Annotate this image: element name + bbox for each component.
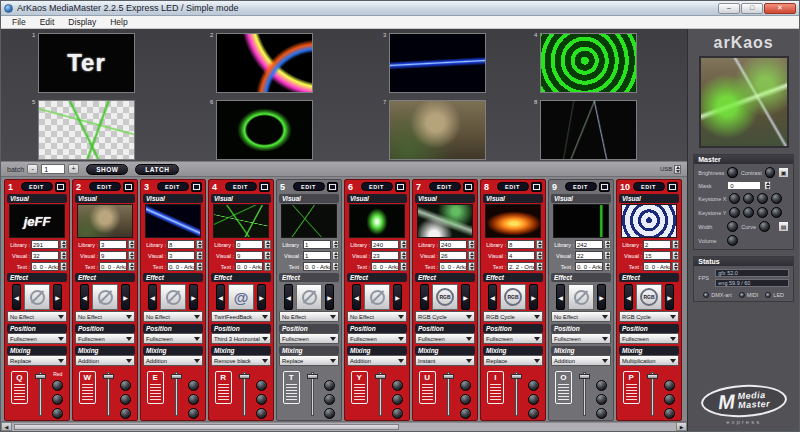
text-spinner[interactable] xyxy=(264,262,271,271)
visual-spinner[interactable] xyxy=(128,251,135,260)
status-radio[interactable]: DMX-art xyxy=(703,292,731,298)
effect-dropdown[interactable]: TwirlFeedBack xyxy=(211,311,271,322)
width-knob[interactable] xyxy=(727,221,738,232)
effect-prev-button[interactable]: ◀ xyxy=(284,284,293,310)
param-knob-3[interactable] xyxy=(392,408,403,419)
library-spinner[interactable] xyxy=(672,240,679,249)
library-field[interactable]: 240 xyxy=(371,240,399,249)
mixing-dropdown[interactable]: Replace xyxy=(279,355,339,366)
status-radio[interactable]: LED xyxy=(765,292,784,298)
edit-button[interactable]: EDIT xyxy=(429,182,461,191)
param-knob-3[interactable] xyxy=(664,408,675,419)
minimize-button[interactable]: – xyxy=(718,3,740,14)
position-dropdown[interactable]: Fullscreen xyxy=(347,333,407,344)
param-knob-1[interactable] xyxy=(664,380,675,391)
media-preview-thumbnail[interactable] xyxy=(216,33,313,93)
effect-prev-button[interactable]: ◀ xyxy=(12,284,21,310)
strip-eject-button[interactable] xyxy=(327,182,338,192)
media-preview-thumbnail[interactable] xyxy=(540,33,637,93)
visual-field[interactable]: 9 xyxy=(99,251,127,260)
param-knob-2[interactable] xyxy=(188,394,199,405)
intensity-fader[interactable] xyxy=(578,371,591,417)
effect-next-button[interactable]: ▶ xyxy=(257,284,266,310)
effect-prev-button[interactable]: ◀ xyxy=(148,284,157,310)
brightness-knob[interactable] xyxy=(727,167,738,178)
strip-thumbnail[interactable] xyxy=(281,204,337,238)
media-preview-thumbnail[interactable] xyxy=(38,100,135,160)
text-spinner[interactable] xyxy=(536,262,543,271)
fader-handle[interactable] xyxy=(103,374,114,379)
fader-handle[interactable] xyxy=(307,374,318,379)
library-spinner[interactable] xyxy=(536,240,543,249)
visual-field[interactable]: 15 xyxy=(643,251,671,260)
position-dropdown[interactable]: Third 3 Horizontal xyxy=(211,333,271,344)
keystone-x-knob-2[interactable] xyxy=(743,193,754,204)
edit-button[interactable]: EDIT xyxy=(293,182,325,191)
library-spinner[interactable] xyxy=(60,240,67,249)
param-knob-2[interactable] xyxy=(460,394,471,405)
visual-field[interactable]: 1 xyxy=(303,251,331,260)
fader-handle[interactable] xyxy=(511,374,522,379)
intensity-fader[interactable] xyxy=(170,371,183,417)
library-spinner[interactable] xyxy=(400,240,407,249)
fader-handle[interactable] xyxy=(35,374,46,379)
visual-spinner[interactable] xyxy=(400,251,407,260)
library-field[interactable]: 291 xyxy=(31,240,59,249)
scroll-right-arrow[interactable]: ▶ xyxy=(676,422,687,431)
effect-prev-button[interactable]: ◀ xyxy=(216,284,225,310)
param-knob-2[interactable] xyxy=(120,394,131,405)
scrollbar-track[interactable] xyxy=(12,422,676,431)
position-dropdown[interactable]: Fullscreen xyxy=(143,333,203,344)
library-field[interactable]: 3 xyxy=(99,240,127,249)
text-spinner[interactable] xyxy=(400,262,407,271)
param-knob-1[interactable] xyxy=(256,380,267,391)
library-spinner[interactable] xyxy=(468,240,475,249)
param-knob-3[interactable] xyxy=(120,408,131,419)
effect-next-button[interactable]: ▶ xyxy=(393,284,402,310)
library-spinner[interactable] xyxy=(196,240,203,249)
text-spinner[interactable] xyxy=(60,262,67,271)
batch-plus-button[interactable]: + xyxy=(68,164,79,174)
volume-knob[interactable] xyxy=(727,235,738,246)
usb-spinner[interactable] xyxy=(674,165,681,174)
keystone-y-knob-2[interactable] xyxy=(743,207,754,218)
visual-spinner[interactable] xyxy=(604,251,611,260)
contrast-knob[interactable] xyxy=(765,167,776,178)
mask-spinner[interactable] xyxy=(764,181,771,190)
position-dropdown[interactable]: Fullscreen xyxy=(483,333,543,344)
param-knob-1[interactable] xyxy=(324,380,335,391)
effect-prev-button[interactable]: ◀ xyxy=(80,284,89,310)
effect-prev-button[interactable]: ◀ xyxy=(352,284,361,310)
param-knob-1[interactable] xyxy=(120,380,131,391)
text-field[interactable]: 0. 0 - Arka... xyxy=(371,262,399,271)
strip-thumbnail[interactable]: jeFF xyxy=(9,204,65,238)
keystone-x-knob-1[interactable] xyxy=(729,193,740,204)
effect-prev-button[interactable]: ◀ xyxy=(420,284,429,310)
mixing-dropdown[interactable]: Addition xyxy=(551,355,611,366)
library-field[interactable]: 0 xyxy=(235,240,263,249)
param-knob-3[interactable] xyxy=(460,408,471,419)
library-spinner[interactable] xyxy=(332,240,339,249)
intensity-fader[interactable] xyxy=(238,371,251,417)
curve-options-button[interactable]: ▤ xyxy=(778,221,789,232)
strip-thumbnail[interactable] xyxy=(621,204,677,238)
effect-prev-button[interactable]: ◀ xyxy=(556,284,565,310)
text-spinner[interactable] xyxy=(128,262,135,271)
visual-field[interactable]: 23 xyxy=(371,251,399,260)
position-dropdown[interactable]: Fullscreen xyxy=(619,333,679,344)
text-spinner[interactable] xyxy=(604,262,611,271)
strip-thumbnail[interactable] xyxy=(485,204,541,238)
strip-eject-button[interactable] xyxy=(55,182,66,192)
visual-field[interactable]: 32 xyxy=(31,251,59,260)
effect-dropdown[interactable]: No Effect xyxy=(7,311,67,322)
strip-thumbnail[interactable] xyxy=(553,204,609,238)
scroll-left-arrow[interactable]: ◀ xyxy=(1,422,12,431)
keystone-y-knob-3[interactable] xyxy=(757,207,768,218)
text-field[interactable]: 0. 0 - Arka... xyxy=(167,262,195,271)
intensity-fader[interactable] xyxy=(646,371,659,417)
param-knob-3[interactable] xyxy=(528,408,539,419)
strip-eject-button[interactable] xyxy=(667,182,678,192)
master-reset-button[interactable]: ▣ xyxy=(778,167,789,178)
visual-spinner[interactable] xyxy=(672,251,679,260)
position-dropdown[interactable]: Fullscreen xyxy=(551,333,611,344)
